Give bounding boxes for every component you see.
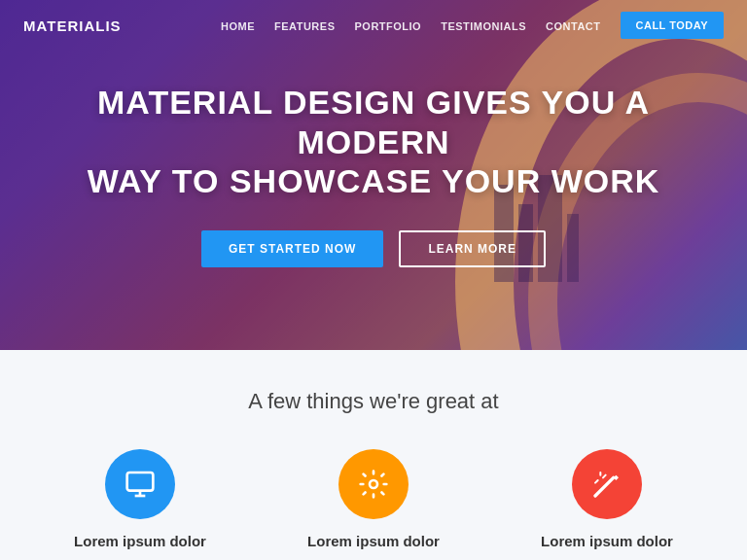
hero-section: MATERIALIS HOME FEATURES PORTFOLIO TESTI… <box>0 0 747 350</box>
wand-icon <box>591 469 622 500</box>
svg-point-9 <box>370 480 377 488</box>
feature-icon-circle-1 <box>105 449 175 519</box>
feature-title-1: Lorem ipsum dolor <box>74 533 206 549</box>
nav-item-home[interactable]: HOME <box>221 17 255 34</box>
nav-item-portfolio[interactable]: PORTFOLIO <box>354 17 421 34</box>
navbar: MATERIALIS HOME FEATURES PORTFOLIO TESTI… <box>0 0 747 51</box>
gear-icon <box>358 469 389 500</box>
feature-icon-circle-3 <box>572 449 642 519</box>
nav-item-features[interactable]: FEATURES <box>274 17 335 34</box>
feature-item-3: Lorem ipsum dolor Lorem ipsum dolor sit … <box>510 449 704 560</box>
feature-title-3: Lorem ipsum dolor <box>541 533 673 549</box>
svg-line-12 <box>603 475 606 478</box>
learn-more-button[interactable]: LEARN MORE <box>399 230 546 267</box>
feature-item-2: Lorem ipsum dolor Lorem ipsum dolor sit … <box>276 449 471 560</box>
hero-content: MATERIAL DESIGN GIVES YOU A MODERN WAY T… <box>0 0 747 350</box>
svg-line-13 <box>595 480 598 483</box>
brand-logo: MATERIALIS <box>23 18 122 34</box>
nav-item-contact[interactable]: CONTACT <box>546 17 600 34</box>
feature-title-2: Lorem ipsum dolor <box>307 533 440 549</box>
nav-menu: HOME FEATURES PORTFOLIO TESTIMONIALS CON… <box>221 12 724 39</box>
hero-title: MATERIAL DESIGN GIVES YOU A MODERN WAY T… <box>58 83 689 201</box>
features-section: A few things we're great at Lorem ipsum … <box>0 350 747 560</box>
features-heading: A few things we're great at <box>39 389 708 414</box>
nav-item-testimonials[interactable]: TESTIMONIALS <box>441 17 526 34</box>
monitor-icon <box>124 469 156 500</box>
svg-rect-6 <box>127 472 154 491</box>
features-grid: Lorem ipsum dolor Lorem ipsum dolor sit … <box>39 449 708 560</box>
nav-cta[interactable]: CALL TODAY <box>621 12 724 39</box>
hero-buttons: GET STARTED NOW LEARN MORE <box>201 230 546 267</box>
call-today-button[interactable]: CALL TODAY <box>621 12 724 39</box>
feature-icon-circle-2 <box>338 449 409 519</box>
get-started-button[interactable]: GET STARTED NOW <box>201 230 383 267</box>
feature-item-1: Lorem ipsum dolor Lorem ipsum dolor sit … <box>43 449 237 560</box>
